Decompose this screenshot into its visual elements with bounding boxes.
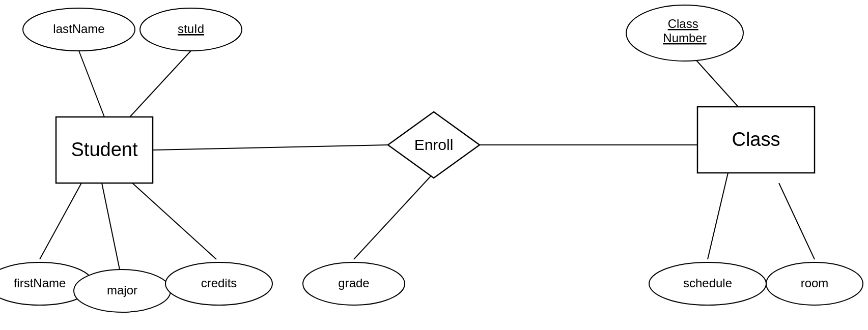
svg-line-2	[40, 183, 81, 259]
svg-line-4	[132, 183, 216, 259]
svg-line-1	[130, 51, 191, 117]
schedule-label: schedule	[683, 276, 732, 290]
firstName-label: firstName	[14, 276, 66, 290]
svg-line-5	[153, 145, 388, 150]
svg-line-8	[692, 56, 738, 107]
enroll-label: Enroll	[414, 136, 454, 153]
svg-line-7	[354, 173, 434, 259]
svg-line-9	[708, 173, 728, 259]
credits-label: credits	[201, 276, 237, 290]
svg-line-10	[779, 183, 815, 259]
student-label: Student	[71, 139, 138, 160]
lastName-label: lastName	[53, 22, 104, 36]
room-label: room	[801, 276, 829, 290]
major-label: major	[107, 283, 137, 297]
svg-line-3	[102, 183, 120, 269]
grade-label: grade	[338, 276, 369, 290]
stuId-label: stuId	[178, 22, 204, 36]
er-diagram: Student Class Enroll lastName stuId firs…	[0, 0, 868, 330]
class-label: Class	[732, 129, 780, 150]
classNumber-label: Class Number	[663, 17, 706, 45]
svg-line-0	[79, 51, 104, 117]
